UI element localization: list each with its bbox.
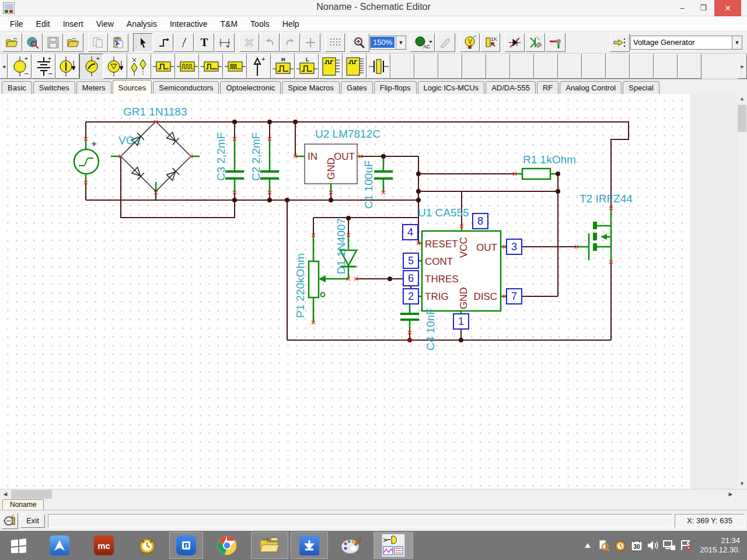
tab-logic-ics-mcus[interactable]: Logic ICs-MCUs [418, 81, 485, 94]
close-button[interactable]: ✕ [714, 0, 741, 16]
tab-basic[interactable]: Basic [2, 81, 32, 94]
taskbar-app-tina-active[interactable] [374, 532, 413, 559]
redo-icon[interactable] [280, 33, 300, 52]
transistor-test-icon[interactable] [525, 33, 545, 52]
taskbar-app-files[interactable] [251, 532, 288, 559]
component-high-level-source[interactable]: H [271, 54, 295, 79]
select-cursor-icon[interactable] [133, 33, 153, 52]
horizontal-scrollbar[interactable]: ◀ ▶ [0, 489, 747, 499]
tab-semiconductors[interactable]: Semiconductors [153, 81, 219, 94]
pin-test-icon[interactable] [546, 33, 566, 52]
resistor-1k-test-icon[interactable]: 1K [480, 33, 500, 52]
open-web-icon[interactable] [23, 33, 43, 52]
wire-tool-icon[interactable] [153, 33, 173, 52]
delete-icon[interactable] [239, 33, 259, 52]
menu-analysis[interactable]: Analysis [120, 18, 163, 30]
undo-icon[interactable] [260, 33, 280, 52]
taskbar-app-mc[interactable]: mc [82, 531, 126, 560]
menu-view[interactable]: View [90, 18, 120, 30]
grid-toggle-icon[interactable] [325, 33, 345, 52]
copy-icon[interactable] [88, 33, 108, 52]
taskbar-app-maxthon-active[interactable] [169, 532, 203, 559]
maximize-button[interactable]: ❐ [693, 0, 713, 16]
component-clock-crystal[interactable] [366, 54, 390, 79]
probe-icon[interactable] [435, 33, 455, 52]
taskbar-app-paint[interactable] [329, 531, 372, 560]
component-current-generator[interactable] [103, 54, 127, 79]
component-controlled-source[interactable] [127, 54, 151, 79]
taskbar-app-chrome[interactable] [204, 531, 250, 560]
dimension-tool-icon[interactable] [215, 33, 235, 52]
tab-spice-macros[interactable]: Spice Macros [282, 81, 340, 94]
tray-clock-icon[interactable] [614, 539, 627, 552]
component-burst-generator[interactable] [223, 54, 247, 79]
tab-gates[interactable]: Gates [341, 81, 373, 94]
ac-analysis-icon[interactable]: AC [410, 33, 435, 52]
vertical-scrollbar[interactable]: ▲ ▼ [737, 94, 747, 489]
tray-action-center-icon[interactable] [679, 539, 692, 552]
tray-expand-icon[interactable] [581, 539, 594, 552]
scroll-right-icon[interactable]: ▶ [725, 489, 736, 499]
menu-file[interactable]: File [4, 18, 30, 30]
voltmeter-test-icon[interactable]: V [460, 33, 480, 52]
pen-tool-icon[interactable] [174, 33, 194, 52]
menu-tm[interactable]: T&M [214, 18, 245, 30]
taskbar-app-avant[interactable] [37, 531, 82, 560]
menu-insert[interactable]: Insert [57, 18, 90, 30]
title-bar[interactable]: Noname - Schematic Editor – ❐ ✕ [0, 0, 747, 16]
zoom-level-combo[interactable]: 150% ▼ [370, 36, 406, 50]
zoom-dropdown-arrow-icon[interactable]: ▼ [396, 36, 406, 49]
exit-button[interactable]: Exit [20, 514, 45, 528]
scroll-up-icon[interactable]: ▲ [737, 94, 747, 104]
menu-tools[interactable]: Tools [244, 18, 276, 30]
tray-network-icon[interactable] [663, 539, 676, 552]
tab-optoelectronic[interactable]: Optoelectronic [220, 81, 281, 94]
tray-calendar-icon[interactable]: 30 [630, 539, 643, 552]
tab-flip-flops[interactable]: Flip-flops [374, 81, 417, 94]
zoom-magnifier-icon[interactable] [350, 33, 369, 52]
menu-edit[interactable]: Edit [30, 18, 57, 30]
move-point-icon[interactable] [301, 33, 320, 52]
component-pulse-source[interactable] [151, 54, 175, 79]
scroll-down-icon[interactable]: ▼ [737, 479, 747, 489]
text-tool-icon[interactable]: T [194, 33, 214, 52]
component-vcc-pin[interactable]: + [247, 54, 271, 79]
minimize-button[interactable]: – [672, 0, 692, 16]
vertical-scroll-thumb[interactable] [738, 105, 746, 132]
document-tab-noname[interactable]: Noname [2, 499, 44, 510]
bridge-rectifier-gr1[interactable] [121, 121, 191, 191]
paste-icon[interactable] [109, 33, 128, 52]
potentiometer-p1[interactable] [309, 261, 326, 298]
component-voltage-source[interactable]: +– [8, 54, 32, 79]
tab-sources[interactable]: Sources [113, 80, 152, 94]
component-low-level-source[interactable]: L [295, 54, 319, 79]
start-button[interactable] [0, 531, 37, 560]
tab-special[interactable]: Special [623, 81, 659, 94]
component-selector-arrow-icon[interactable]: ▼ [732, 36, 742, 49]
tab-meters[interactable]: Meters [76, 81, 111, 94]
menu-interactive[interactable]: Interactive [163, 18, 214, 30]
taskbar-clock[interactable]: 21:34 2015.12.30. [694, 536, 747, 555]
schematic-canvas[interactable]: + [0, 94, 747, 489]
capacitor-plates[interactable] [225, 172, 419, 320]
tab-ad-da-555[interactable]: AD/DA-555 [486, 81, 536, 94]
component-digital-word-generator[interactable] [319, 54, 343, 79]
component-current-source[interactable] [55, 54, 79, 79]
schematic-mode-button[interactable] [2, 513, 18, 529]
tray-search-icon[interactable] [598, 539, 610, 552]
taskbar-app-download[interactable] [291, 532, 328, 559]
diode-test-icon[interactable] [505, 33, 525, 52]
component-square-generator[interactable] [175, 54, 199, 79]
component-scroll-right-icon[interactable]: ▸ [738, 54, 747, 79]
tab-analog-control[interactable]: Analog Control [560, 81, 622, 94]
tab-rf[interactable]: RF [537, 81, 558, 94]
save-icon[interactable] [43, 33, 63, 52]
menu-help[interactable]: Help [276, 18, 306, 30]
component-scroll-left-icon[interactable]: ◂ [0, 54, 8, 79]
resistor-r1-body[interactable] [522, 169, 550, 179]
component-battery[interactable]: +– [32, 54, 55, 79]
import-file-icon[interactable] [64, 33, 83, 52]
scroll-left-icon[interactable]: ◀ [0, 489, 11, 499]
component-selector-combo[interactable]: Voltage Generator ▼ [630, 36, 742, 50]
tab-switches[interactable]: Switches [33, 81, 75, 94]
